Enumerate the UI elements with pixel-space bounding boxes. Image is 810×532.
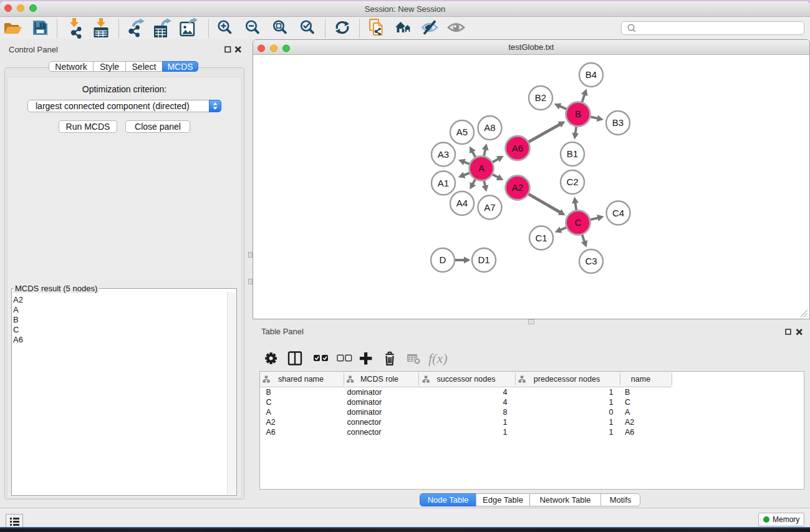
svg-text:C2: C2 (566, 177, 578, 187)
svg-text:D1: D1 (478, 254, 489, 265)
svg-text:A6: A6 (512, 143, 523, 153)
svg-text:A: A (478, 163, 485, 173)
svg-text:A3: A3 (438, 149, 449, 160)
svg-text:A7: A7 (484, 202, 495, 213)
svg-text:f(x): f(x) (428, 351, 448, 366)
svg-text:A4: A4 (456, 198, 468, 208)
svg-text:B: B (575, 109, 581, 119)
svg-text:A1: A1 (438, 178, 449, 188)
svg-text:B2: B2 (535, 92, 546, 103)
svg-text:A5: A5 (456, 127, 468, 137)
svg-text:B3: B3 (612, 117, 624, 128)
svg-text:D: D (440, 254, 446, 265)
svg-text:B4: B4 (586, 69, 597, 80)
svg-text:C4: C4 (612, 208, 624, 218)
svg-text:C3: C3 (585, 256, 597, 266)
svg-text:C1: C1 (535, 233, 547, 243)
svg-text:B1: B1 (567, 148, 578, 159)
svg-text:A8: A8 (484, 122, 495, 133)
svg-text:C: C (575, 217, 582, 228)
svg-text:A2: A2 (512, 182, 523, 193)
